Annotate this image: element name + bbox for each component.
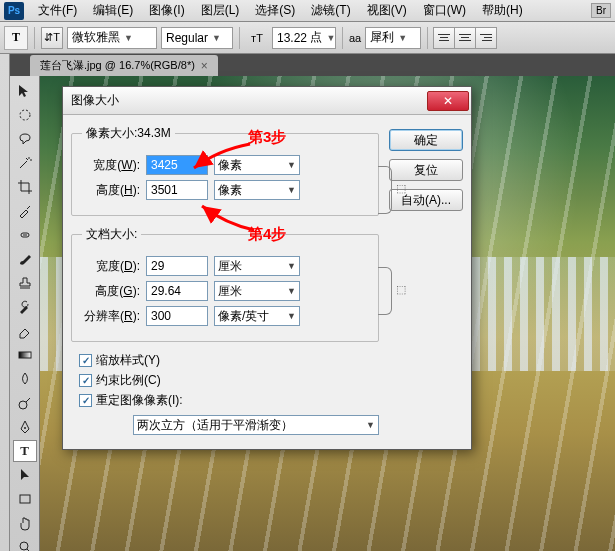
separator [239,27,240,49]
doc-height-label: 高度(G): [82,283,140,300]
pixel-dimensions-legend: 像素大小:34.3M [82,125,175,142]
text-orientation-button[interactable]: ⇵T [41,27,63,49]
dropdown-icon: ▼ [287,185,296,195]
doc-height-unit-select[interactable]: 厘米▼ [214,281,300,301]
stamp-tool[interactable] [13,272,37,294]
height-unit-select[interactable]: 像素▼ [214,180,300,200]
dropdown-icon: ▼ [326,33,335,43]
separator [34,27,35,49]
wand-tool[interactable] [13,152,37,174]
align-left-button[interactable] [433,27,455,49]
link-icon[interactable]: ⬚ [396,182,406,195]
document-tabbar: 莲台飞瀑.jpg @ 16.7%(RGB/8*) × [10,54,615,76]
resample-checkbox[interactable]: ✓ [79,394,92,407]
dropdown-icon: ▼ [287,261,296,271]
antialias-select[interactable]: 犀利▼ [365,27,421,49]
left-strip [0,54,10,551]
doc-width-input[interactable] [146,256,208,276]
eraser-tool[interactable] [13,320,37,342]
font-size-select[interactable]: 13.22 点▼ [272,27,336,49]
constrain-label: 约束比例(C) [96,372,161,389]
dropdown-icon: ▼ [287,311,296,321]
tool-preset-icon[interactable]: T [4,26,28,50]
blur-tool[interactable] [13,368,37,390]
font-size-value: 13.22 [277,31,307,45]
pen-tool[interactable] [13,416,37,438]
zoom-tool[interactable] [13,536,37,551]
ok-button[interactable]: 确定 [389,129,463,151]
menu-view[interactable]: 视图(V) [359,0,415,21]
crop-tool[interactable] [13,176,37,198]
type-tool[interactable]: T [13,440,37,462]
brush-tool[interactable] [13,248,37,270]
menu-filter[interactable]: 滤镜(T) [303,0,358,21]
svg-point-0 [20,110,30,120]
menu-edit[interactable]: 编辑(E) [85,0,141,21]
shape-tool[interactable] [13,488,37,510]
heal-tool[interactable] [13,224,37,246]
resolution-unit-select[interactable]: 像素/英寸▼ [214,306,300,326]
align-center-button[interactable] [454,27,476,49]
path-select-tool[interactable] [13,464,37,486]
resolution-input[interactable] [146,306,208,326]
move-tool[interactable] [13,80,37,102]
svg-point-4 [19,401,27,409]
bridge-button[interactable]: Br [591,3,611,18]
app-logo: Ps [4,2,24,20]
resample-method-select[interactable]: 两次立方（适用于平滑渐变）▼ [133,415,379,435]
width-unit-select[interactable]: 像素▼ [214,155,300,175]
dropdown-icon: ▼ [287,286,296,296]
document-size-group: 文档大小: 宽度(D): 厘米▼ 高度(G): 厘米▼ 分辨率(R): 像素/英… [71,226,379,342]
doc-width-unit-select[interactable]: 厘米▼ [214,256,300,276]
document-tab[interactable]: 莲台飞瀑.jpg @ 16.7%(RGB/8*) × [30,55,218,76]
scale-styles-checkbox[interactable]: ✓ [79,354,92,367]
options-bar: T ⇵T 微软雅黑▼ Regular▼ тT 13.22 点▼ aa 犀利▼ [0,22,615,54]
gradient-tool[interactable] [13,344,37,366]
width-label: 宽度(W): [82,157,140,174]
menu-image[interactable]: 图像(I) [141,0,192,21]
font-family-value: 微软雅黑 [72,29,120,46]
dropdown-icon: ▼ [212,33,221,43]
dialog-titlebar[interactable]: 图像大小 ✕ [63,87,471,115]
font-size-icon: тT [246,27,268,49]
hand-tool[interactable] [13,512,37,534]
doc-height-input[interactable] [146,281,208,301]
text-align-group [434,27,497,49]
separator [427,27,428,49]
dodge-tool[interactable] [13,392,37,414]
doc-width-label: 宽度(D): [82,258,140,275]
menu-select[interactable]: 选择(S) [247,0,303,21]
link-icon[interactable]: ⬚ [396,283,406,296]
close-button[interactable]: ✕ [427,91,469,111]
svg-rect-7 [20,495,30,503]
image-size-dialog: 图像大小 ✕ 像素大小:34.3M 宽度(W): 像素▼ 高度(H): 像素▼ … [62,86,472,450]
dialog-title: 图像大小 [71,92,119,109]
menu-layer[interactable]: 图层(L) [193,0,248,21]
svg-point-8 [20,542,28,550]
eyedropper-tool[interactable] [13,200,37,222]
constrain-checkbox[interactable]: ✓ [79,374,92,387]
menu-file[interactable]: 文件(F) [30,0,85,21]
resample-label: 重定图像像素(I): [96,392,183,409]
document-tab-title: 莲台飞瀑.jpg @ 16.7%(RGB/8*) [40,58,195,73]
close-tab-icon[interactable]: × [201,59,208,73]
separator [342,27,343,49]
dropdown-icon: ▼ [398,33,407,43]
reset-button[interactable]: 复位 [389,159,463,181]
history-brush-tool[interactable] [13,296,37,318]
width-input[interactable] [146,155,208,175]
dropdown-icon: ▼ [124,33,133,43]
scale-styles-label: 缩放样式(Y) [96,352,160,369]
font-style-select[interactable]: Regular▼ [161,27,233,49]
link-bracket-icon [378,166,392,214]
menu-help[interactable]: 帮助(H) [474,0,531,21]
pixel-dimensions-group: 像素大小:34.3M 宽度(W): 像素▼ 高度(H): 像素▼ ⬚ [71,125,379,216]
height-input[interactable] [146,180,208,200]
font-family-select[interactable]: 微软雅黑▼ [67,27,157,49]
svg-rect-3 [19,352,31,358]
menu-window[interactable]: 窗口(W) [415,0,474,21]
lasso-tool[interactable] [13,128,37,150]
marquee-tool[interactable] [13,104,37,126]
align-right-button[interactable] [475,27,497,49]
dropdown-icon: ▼ [366,420,375,430]
